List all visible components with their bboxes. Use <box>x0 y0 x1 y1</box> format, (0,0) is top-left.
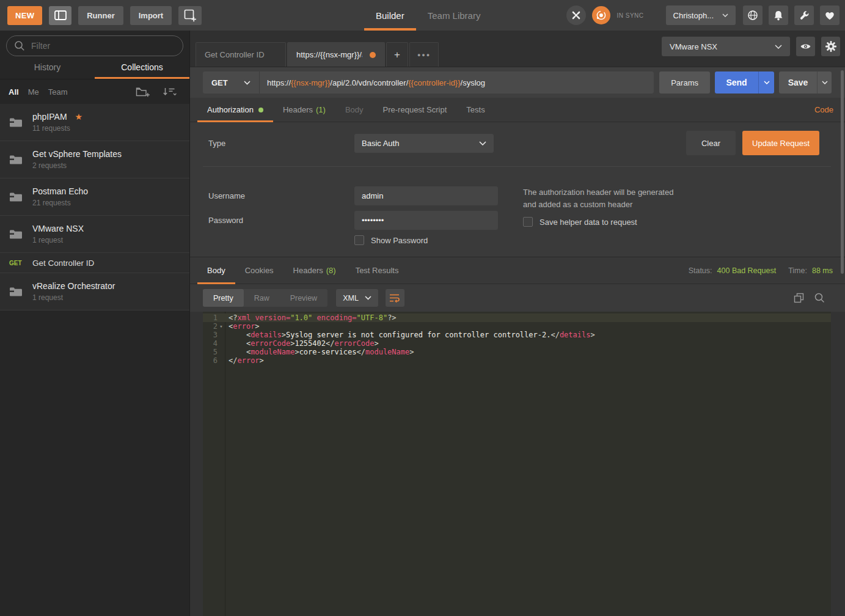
environment-preview-button[interactable] <box>796 37 815 56</box>
tab-collections[interactable]: Collections <box>95 57 189 79</box>
line-number: 6 <box>203 356 225 365</box>
view-mode-switch: PrettyRawPreview <box>203 289 327 307</box>
user-menu[interactable]: Christoph... <box>666 6 736 25</box>
time-label: Time: <box>788 266 807 275</box>
view-mode-raw[interactable]: Raw <box>244 289 280 307</box>
method-select[interactable]: GET <box>203 72 260 94</box>
url-input[interactable]: https://{{nsx-mgr}}/api/2.0/vdn/controll… <box>260 72 654 94</box>
response-section-tab-headers[interactable]: Headers(8) <box>283 257 346 284</box>
request-tab[interactable]: Get Controller ID <box>196 42 286 67</box>
url-variable: {{controller-id}} <box>408 78 460 87</box>
request-tab[interactable]: https://{{nsx-mgr}}/ap <box>287 42 385 67</box>
environment-select[interactable]: VMware NSX <box>662 37 790 56</box>
password-input[interactable] <box>354 211 498 230</box>
app-header: NEW Runner Import Builder Team Library <box>0 0 845 31</box>
filter-input[interactable] <box>6 35 183 56</box>
sidebar-request-item[interactable]: GETGet Controller ID <box>0 253 189 273</box>
request-section-tab-body[interactable]: Body <box>335 98 373 122</box>
more-tabs-button[interactable]: ●●● <box>409 42 439 67</box>
sync-status-text: IN SYNC <box>616 12 643 19</box>
tab-label: Tests <box>466 105 485 114</box>
update-request-button[interactable]: Update Request <box>742 131 819 155</box>
collection-list: phpIPAM★11 requests Get vSphere Template… <box>0 104 189 310</box>
tab-team-library[interactable]: Team Library <box>416 0 492 31</box>
collection-item[interactable]: phpIPAM★11 requests <box>0 104 189 141</box>
username-input[interactable] <box>354 186 498 205</box>
show-password-label: Show Password <box>371 236 428 245</box>
url-text: /syslog <box>461 78 485 87</box>
view-mode-pretty[interactable]: Pretty <box>203 289 244 307</box>
wrap-text-button[interactable] <box>386 289 404 307</box>
url-variable: {{nsx-mgr}} <box>291 78 330 87</box>
response-section-tab-test-results[interactable]: Test Results <box>346 257 409 284</box>
view-mode-preview[interactable]: Preview <box>280 289 327 307</box>
community-button[interactable] <box>743 6 763 25</box>
request-section-tab-authorization[interactable]: Authorization <box>197 98 273 122</box>
send-options-button[interactable] <box>758 72 774 94</box>
copy-response-button[interactable] <box>794 293 804 303</box>
save-button[interactable]: Save <box>779 72 817 94</box>
heart-icon <box>824 10 835 20</box>
request-tab-label: Get Controller ID <box>205 50 265 59</box>
chevron-down-icon <box>775 45 782 49</box>
sidebar-toggle-button[interactable] <box>49 6 71 25</box>
code-line: 1<?xml version="1.0" encoding="UTF-8"?> <box>203 314 831 322</box>
clear-button[interactable]: Clear <box>686 131 736 155</box>
folder-icon <box>9 229 23 240</box>
save-helper-checkbox[interactable] <box>523 217 533 227</box>
response-language-select[interactable]: XML <box>336 289 378 307</box>
new-window-button[interactable] <box>178 6 202 25</box>
favorites-button[interactable] <box>820 6 840 25</box>
import-button[interactable]: Import <box>130 6 172 25</box>
notifications-button[interactable] <box>769 6 788 25</box>
show-password-checkbox[interactable] <box>354 235 364 245</box>
request-section-tab-pre-request-script[interactable]: Pre-request Script <box>373 98 457 122</box>
scope-team[interactable]: Team <box>48 87 68 97</box>
environment-settings-button[interactable] <box>821 37 840 56</box>
response-section-tab-body[interactable]: Body <box>197 257 235 284</box>
sidebar-toggle-icon <box>54 10 67 20</box>
settings-button[interactable] <box>794 6 814 25</box>
collection-item[interactable]: Postman Echo21 requests <box>0 178 189 216</box>
new-tab-button[interactable]: + <box>386 42 408 67</box>
sync-status-button[interactable] <box>592 6 610 24</box>
bell-icon <box>773 10 784 21</box>
collection-meta: 21 requests <box>32 199 88 207</box>
search-response-button[interactable] <box>814 293 825 303</box>
save-options-button[interactable] <box>817 72 832 94</box>
response-body-editor[interactable]: 1<?xml version="1.0" encoding="UTF-8"?>2… <box>203 312 831 616</box>
auth-type-select[interactable]: Basic Auth <box>354 134 494 153</box>
send-button[interactable]: Send <box>715 72 758 94</box>
tab-history[interactable]: History <box>0 57 95 79</box>
request-section-tab-tests[interactable]: Tests <box>456 98 494 122</box>
collection-item[interactable]: vRealize Orchestrator1 request <box>0 273 189 310</box>
scrollbar-thumb[interactable] <box>841 70 844 274</box>
interceptor-button[interactable] <box>566 6 586 25</box>
code-text: <moduleName>core-services</moduleName> <box>225 348 414 356</box>
request-section-tab-headers[interactable]: Headers(1) <box>273 98 335 122</box>
collection-item[interactable]: VMware NSX1 request <box>0 216 189 253</box>
tab-builder[interactable]: Builder <box>364 0 416 31</box>
collection-meta: 11 requests <box>32 124 82 133</box>
folder-plus-icon <box>136 86 150 98</box>
divider <box>203 166 831 167</box>
code-link[interactable]: Code <box>814 98 833 122</box>
auth-type-label: Type <box>208 139 225 148</box>
new-button[interactable]: NEW <box>7 6 42 25</box>
time-value: 88 ms <box>812 266 833 275</box>
runner-button[interactable]: Runner <box>78 6 123 25</box>
new-window-icon <box>184 9 197 22</box>
params-button[interactable]: Params <box>659 72 710 94</box>
scope-all[interactable]: All <box>9 87 19 97</box>
tab-label: Body <box>207 266 225 275</box>
line-number: 1 <box>203 314 225 322</box>
gear-icon <box>825 41 836 52</box>
new-collection-button[interactable] <box>136 86 150 98</box>
sort-collections-button[interactable] <box>163 87 177 97</box>
search-icon <box>14 40 25 54</box>
fold-caret-icon: ▾ <box>218 322 225 331</box>
status-value: 400 Bad Request <box>717 266 777 275</box>
scope-me[interactable]: Me <box>28 87 39 97</box>
response-section-tab-cookies[interactable]: Cookies <box>235 257 283 284</box>
collection-item[interactable]: Get vSphere Templates2 requests <box>0 141 189 178</box>
